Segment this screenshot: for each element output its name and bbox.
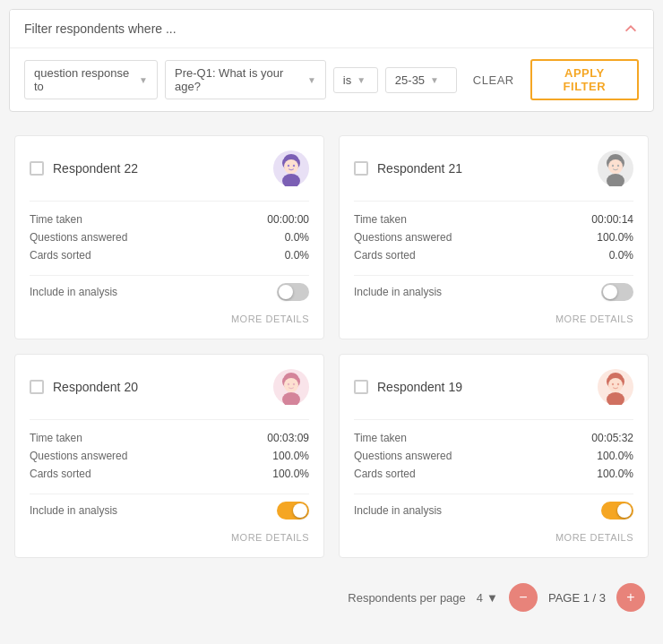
value-select[interactable]: 25-35 ▼ — [385, 67, 457, 93]
more-details-r22[interactable]: MORE DETAILS — [30, 313, 309, 324]
svg-point-4 — [288, 165, 289, 167]
stat-time-r21: Time taken 00:00:14 — [354, 210, 633, 228]
card-header: Respondent 19 — [354, 369, 633, 405]
avatar-r21 — [598, 150, 633, 186]
operator-select[interactable]: is ▼ — [333, 67, 378, 93]
svg-point-11 — [612, 165, 614, 167]
stat-cards-r20: Cards sorted 100.0% — [30, 465, 309, 483]
value-select-arrow: ▼ — [430, 75, 439, 85]
stat-time-r22: Time taken 00:00:00 — [30, 210, 309, 228]
svg-point-3 — [284, 159, 298, 174]
respondent-card-r22: Respondent 22 Time taken 00:00:00 Questi… — [14, 135, 324, 339]
avatar-r20 — [273, 369, 309, 405]
avatar-r22 — [273, 150, 309, 186]
card-header: Respondent 22 — [30, 150, 309, 186]
filter-controls: question response to ▼ Pre-Q1: What is y… — [10, 48, 653, 111]
card-stats-r19: Time taken 00:05:32 Questions answered 1… — [354, 419, 633, 483]
include-toggle-r22[interactable] — [277, 283, 309, 301]
stat-questions-r20: Questions answered 100.0% — [30, 447, 309, 465]
stat-questions-r21: Questions answered 100.0% — [354, 228, 633, 246]
toggle-knob-r19 — [617, 503, 632, 518]
card-header: Respondent 20 — [30, 369, 309, 405]
toggle-knob-r20 — [293, 503, 307, 518]
toggle-knob-r21 — [603, 285, 617, 299]
svg-point-18 — [288, 383, 289, 385]
apply-filter-button[interactable]: APPLY FILTER — [530, 59, 639, 100]
respondent-checkbox-r19[interactable] — [354, 380, 368, 394]
stat-time-r20: Time taken 00:03:09 — [30, 429, 309, 447]
svg-point-5 — [293, 165, 295, 167]
clear-button[interactable]: CLEAR — [464, 68, 523, 92]
include-row-r22: Include in analysis — [30, 275, 309, 301]
include-toggle-r21[interactable] — [601, 283, 633, 301]
svg-point-10 — [608, 159, 623, 174]
include-toggle-r20[interactable] — [277, 502, 309, 519]
include-row-r19: Include in analysis — [354, 494, 633, 519]
toggle-knob-r22 — [279, 285, 293, 299]
include-row-r21: Include in analysis — [354, 275, 633, 301]
svg-point-17 — [284, 378, 298, 392]
respondent-checkbox-r22[interactable] — [30, 161, 44, 176]
respondent-checkbox-r20[interactable] — [30, 380, 44, 394]
include-row-r20: Include in analysis — [30, 494, 309, 519]
filter-bar: Filter respondents where ... question re… — [9, 9, 654, 112]
per-page-arrow: ▼ — [486, 591, 498, 605]
collapse-icon[interactable] — [623, 21, 639, 37]
svg-point-24 — [608, 378, 623, 392]
filter-title: Filter respondents where ... — [24, 21, 177, 36]
respondents-grid: Respondent 22 Time taken 00:00:00 Questi… — [0, 121, 663, 572]
card-header: Respondent 21 — [354, 150, 633, 186]
avatar-r19 — [598, 369, 633, 405]
more-details-r20[interactable]: MORE DETAILS — [30, 532, 309, 543]
respondent-name-r20: Respondent 20 — [53, 380, 138, 394]
more-details-r21[interactable]: MORE DETAILS — [354, 313, 633, 324]
svg-point-26 — [617, 383, 619, 385]
more-details-r19[interactable]: MORE DETAILS — [354, 532, 633, 543]
per-page-select[interactable]: 4 ▼ — [477, 591, 498, 605]
card-stats-r21: Time taken 00:00:14 Questions answered 1… — [354, 201, 633, 264]
svg-point-12 — [617, 165, 619, 167]
prev-page-button[interactable]: − — [509, 583, 538, 612]
question-select[interactable]: Pre-Q1: What is your age? ▼ — [165, 60, 326, 99]
respondent-card-r20: Respondent 20 Time taken 00:03:09 Questi… — [14, 354, 324, 558]
page-label: PAGE 1 / 3 — [548, 591, 606, 605]
next-page-button[interactable]: + — [616, 583, 645, 612]
include-toggle-r19[interactable] — [601, 502, 633, 519]
field-select[interactable]: question response to ▼ — [24, 60, 158, 99]
stat-cards-r22: Cards sorted 0.0% — [30, 246, 309, 264]
respondent-card-r21: Respondent 21 Time taken 00:00:14 Questi… — [339, 135, 649, 339]
card-stats-r20: Time taken 00:03:09 Questions answered 1… — [30, 419, 309, 483]
stat-questions-r19: Questions answered 100.0% — [354, 447, 633, 465]
respondent-name-r22: Respondent 22 — [53, 161, 138, 176]
respondent-name-r21: Respondent 21 — [377, 161, 462, 176]
stat-time-r19: Time taken 00:05:32 — [354, 429, 633, 447]
stat-cards-r19: Cards sorted 100.0% — [354, 465, 633, 483]
respondent-name-r19: Respondent 19 — [377, 380, 462, 394]
question-select-arrow: ▼ — [307, 75, 316, 85]
field-select-arrow: ▼ — [139, 75, 148, 85]
card-stats-r22: Time taken 00:00:00 Questions answered 0… — [30, 201, 309, 264]
respondent-card-r19: Respondent 19 Time taken 00:05:32 Questi… — [339, 354, 649, 558]
per-page-label: Respondents per page — [348, 591, 466, 605]
operator-select-arrow: ▼ — [357, 75, 366, 85]
stat-questions-r22: Questions answered 0.0% — [30, 228, 309, 246]
svg-point-25 — [612, 383, 614, 385]
stat-cards-r21: Cards sorted 0.0% — [354, 246, 633, 264]
pagination: Respondents per page 4 ▼ − PAGE 1 / 3 + — [0, 572, 663, 623]
svg-point-19 — [293, 383, 295, 385]
respondent-checkbox-r21[interactable] — [354, 161, 368, 176]
filter-header: Filter respondents where ... — [10, 10, 653, 48]
